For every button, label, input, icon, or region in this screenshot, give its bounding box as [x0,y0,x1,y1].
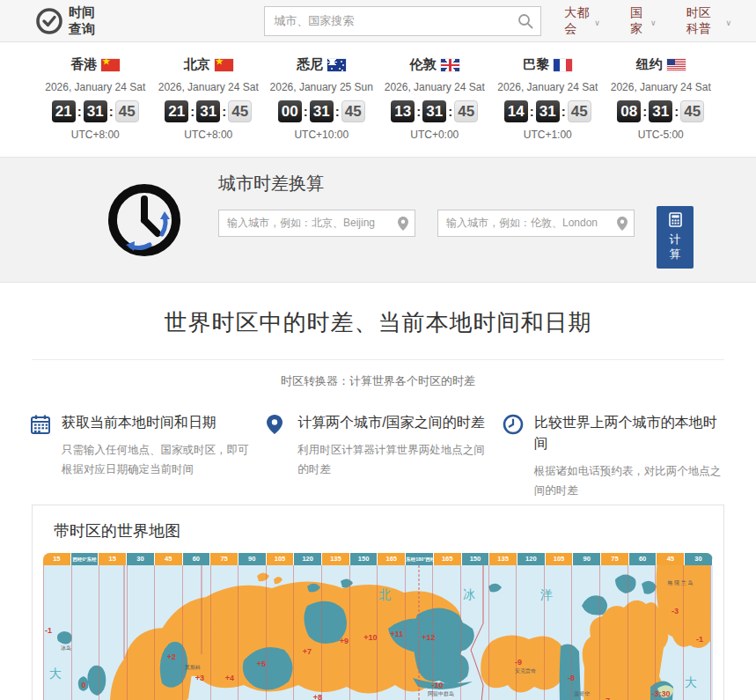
timezone-world-map[interactable]: 15西经0°东经153045607590105120135150165东经180… [43,553,713,700]
search-icon[interactable] [517,12,534,33]
timezone-offset-label: -7 [603,696,610,700]
meridian-lines [43,565,713,700]
clock-minutes: 31 [84,100,107,122]
longitude-cell: 165 [434,553,462,565]
utc-offset: UTC+0:00 [378,129,492,141]
world-clocks-row: 香港 2026, January 24 Sat 21:31:45 UTC+8:0… [0,42,756,157]
clock-minutes: 31 [196,100,220,122]
feature-city-difference: 计算两个城市/国家之间的时差 利用时区计算器计算世界两处地点之间的时差 [266,412,489,501]
to-city-input[interactable] [437,210,635,237]
city-clock-hongkong[interactable]: 香港 2026, January 24 Sat 21:31:45 UTC+8:0… [39,56,152,141]
timezone-offset-label: -1 [45,626,52,635]
digital-clock: 14:31:45 [491,100,605,122]
city-clock-london[interactable]: 伦敦 2026, January 24 Sat 13:31:45 UTC+0:0… [378,56,492,141]
flag-uk-icon [441,59,459,71]
clock-colon: : [416,104,421,119]
clock-seconds: 45 [680,100,704,122]
longitude-cell: 90 [573,553,601,565]
longitude-cell: 105 [546,553,574,565]
digital-clock: 21:31:45 [39,100,152,122]
city-name: 伦敦 [410,56,437,73]
page-subtitle: 时区转换器：计算世界各个时区的时差 [0,373,756,389]
search-input[interactable] [264,6,541,36]
nav-countries-label: 国家 [630,5,647,37]
timezone-offset-label: +7 [303,647,312,656]
place-label: 冰岛 [61,644,71,652]
clock-hours: 13 [391,100,415,122]
longitude-cell: 75 [601,553,629,565]
clock-hours: 21 [52,100,76,122]
city-clock-sydney[interactable]: 悉尼 2026, January 25 Sun 00:31:45 UTC+10:… [265,56,378,141]
clock-hours: 08 [617,100,641,122]
timezone-offset-label: +8 [313,693,322,700]
longitude-cell: 西经0°东经 [71,553,99,565]
timezone-offset-label: -10 [431,681,443,689]
nav-metropolis-label: 大都会 [564,5,591,37]
clock-check-logo-icon [35,7,63,35]
city-name: 北京 [184,56,210,73]
timezone-offset-label: +2 [167,652,176,661]
clock-seconds: 45 [228,100,252,122]
clock-minutes: 31 [422,100,446,122]
longitude-cell: 135 [322,553,350,565]
site-logo[interactable]: 时间查询 [35,4,107,38]
feature-title: 计算两个城市/国家之间的时差 [297,412,489,433]
longitude-cell: 150 [350,553,378,565]
feature-body: 利用时区计算器计算世界两处地点之间的时差 [297,441,489,480]
city-date: 2026, January 24 Sat [491,81,605,93]
timezone-offset-label: +9 [340,637,349,645]
intro-section: 世界时区中的时差、当前本地时间和日期 时区转换器：计算世界各个时区的时差 [0,283,756,501]
place-label: 阿留申群岛 [428,689,454,697]
clock-minutes: 31 [536,100,560,122]
timezone-offset-label: +11 [391,630,404,638]
main-nav: 大都会 国家 时区科普 [564,5,731,37]
place-label: 温哥华 [574,689,590,697]
longitude-cell: 165 [378,553,406,565]
longitude-cell: 30 [127,553,155,565]
flag-china-icon [215,59,233,71]
nav-metropolis[interactable]: 大都会 [564,5,600,37]
longitude-cell: 45 [657,553,685,565]
to-city-field [437,210,635,237]
location-pin-icon [616,216,628,235]
city-date: 2026, January 24 Sat [605,81,718,93]
city-clock-paris[interactable]: 巴黎 2026, January 24 Sat 14:31:45 UTC+1:0… [491,56,605,141]
timezone-offset-label: +4 [225,674,234,682]
flag-france-icon [554,59,572,71]
nav-countries[interactable]: 国家 [630,5,657,37]
map-longitude-strip: 15西经0°东经153045607590105120135150165东经180… [43,553,713,565]
from-city-input[interactable] [218,210,415,237]
world-map-card: 带时区的世界地图 [32,505,724,700]
feature-compare-time: 比较世界上两个城市的本地时间 根据诸如电话预约表，对比两个地点之间的时差 [503,412,726,501]
clock-colon: : [304,104,308,119]
timezone-offset-label: +5 [257,659,266,668]
clock-icon [503,412,524,501]
nav-timezone-info-label: 时区科普 [686,5,723,37]
longitude-cell: 15 [43,553,71,565]
clock-colon: : [561,104,566,119]
clock-minutes: 31 [649,100,672,122]
time-difference-converter: 城市时差换算 [0,157,756,283]
city-date: 2026, January 24 Sat [378,81,492,93]
clock-seconds: 45 [341,100,365,122]
longitude-cell: 东经180°西经 [406,553,434,565]
nav-timezone-info[interactable]: 时区科普 [686,5,731,37]
feature-local-time: 获取当前本地时间和日期 只需输入任何地点、国家或时区，即可根据对应日期确定当前时… [30,412,253,501]
clock-colon: : [448,104,452,119]
city-clock-beijing[interactable]: 北京 2026, January 24 Sat 21:31:45 UTC+8:0… [152,56,266,141]
clock-convert-icon [104,180,185,261]
feature-title: 比较世界上两个城市的本地时间 [534,412,726,454]
calculate-button[interactable]: 计算 [657,206,694,269]
utc-offset: UTC+8:00 [39,129,152,141]
longitude-cell: 120 [517,553,546,565]
city-clock-newyork[interactable]: 纽约 2026, January 24 Sat 08:31:45 UTC-5:0… [605,56,718,141]
clock-colon: : [530,104,534,119]
timezone-offset-label: -3 [672,607,679,615]
clock-seconds: 45 [454,100,478,122]
divider [32,359,724,360]
longitude-cell: 135 [489,553,517,565]
city-name: 香港 [70,56,97,73]
timezone-offset-label: +10 [363,633,377,642]
longitude-cell: 30 [685,553,713,565]
timezone-offset-label: -9 [515,658,522,667]
